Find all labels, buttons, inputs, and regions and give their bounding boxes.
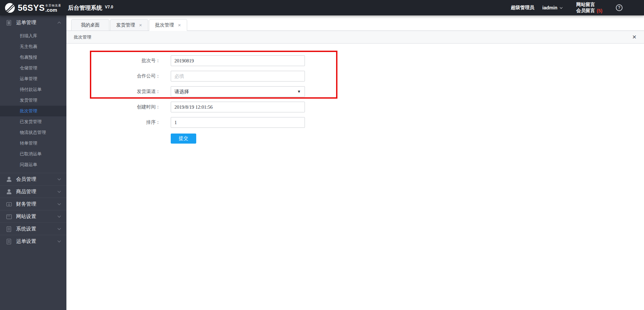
sidebar-group-item[interactable]: 财务管理 xyxy=(0,198,66,210)
text-input[interactable] xyxy=(171,117,305,128)
tab-label: 批次管理 xyxy=(155,22,174,28)
logo: 56SYS 全景物流通 .com xyxy=(5,3,61,13)
select-dropdown[interactable]: 请选择 ▼ xyxy=(171,86,305,97)
sidebar-subitem[interactable]: 包裹预报 xyxy=(0,52,66,63)
field-label: 排序： xyxy=(66,119,160,125)
app-version: V7.0 xyxy=(105,5,113,9)
form-content: 批次号： 20190819 ▼ 合作公司： ▼ xyxy=(66,44,644,310)
text-input[interactable] xyxy=(171,71,305,82)
user-menu[interactable]: iadmin xyxy=(542,5,562,10)
logo-globe-icon xyxy=(5,3,15,13)
document-icon xyxy=(6,20,12,25)
sidebar-group-item[interactable]: 网站设置 xyxy=(0,210,66,222)
sidebar-group-item[interactable]: 运单设置 xyxy=(0,235,66,247)
top-header: 56SYS 全景物流通 .com 后台管理系统 V7.0 超级管理员 iadmi… xyxy=(0,0,644,15)
help-icon[interactable]: ? xyxy=(616,4,623,11)
message-count-badge: (5) xyxy=(597,8,602,13)
document-icon xyxy=(6,226,12,232)
sidebar-subitem[interactable]: 发货管理 xyxy=(0,95,66,106)
sidebar-subitem[interactable]: 物流状态管理 xyxy=(0,127,66,138)
sidebar-group-item[interactable]: 商品管理 xyxy=(0,185,66,198)
text-input[interactable] xyxy=(171,55,305,66)
panel-title: 批次管理 xyxy=(74,34,91,40)
sidebar: 运单管理 扫描入库 无主包裹 包裹预报 仓储管理 运单管理 待付款运单 发货管理… xyxy=(0,15,66,310)
field-label: 发货渠道： xyxy=(66,89,160,95)
field-label: 合作公司： xyxy=(66,73,160,79)
text-input[interactable] xyxy=(171,102,305,112)
panel-header: 批次管理 ✕ xyxy=(66,31,644,44)
tab[interactable]: 发货管理 × xyxy=(110,19,148,31)
brand-tld: .com xyxy=(45,7,61,12)
user-role-label: 超级管理员 xyxy=(511,5,534,11)
finance-icon xyxy=(6,201,12,207)
sidebar-subitem[interactable]: 批次管理 xyxy=(0,106,66,116)
header-nav-label: 会员留言 xyxy=(576,8,595,14)
chevron-down-icon xyxy=(58,239,61,243)
chevron-down-icon xyxy=(560,6,562,8)
user-icon xyxy=(6,176,12,182)
sidebar-group-item[interactable]: 系统设置 xyxy=(0,222,66,235)
form-row: 排序： 1 ▼ xyxy=(66,117,644,128)
sidebar-subitem[interactable]: 运单管理 xyxy=(0,73,66,84)
chevron-down-icon xyxy=(58,190,61,193)
form-row: 批次号： 20190819 ▼ xyxy=(66,55,644,66)
brand-name: 56SYS xyxy=(18,3,45,13)
sidebar-group-item[interactable]: 会员管理 xyxy=(0,173,66,185)
sidebar-subitem[interactable]: 已取消运单 xyxy=(0,149,66,159)
header-nav-item[interactable]: 会员留言(5) xyxy=(576,8,602,14)
username: iadmin xyxy=(542,5,557,10)
panel-close-icon[interactable]: ✕ xyxy=(632,34,637,40)
form-row: 合作公司： ▼ xyxy=(66,71,644,82)
document-icon xyxy=(6,239,12,244)
sidebar-subitem[interactable]: 已发货管理 xyxy=(0,116,66,127)
window-icon xyxy=(6,214,12,219)
tab-close-icon[interactable]: × xyxy=(178,22,181,28)
sidebar-subitem[interactable]: 仓储管理 xyxy=(0,63,66,73)
app-title: 后台管理系统 xyxy=(68,4,102,12)
form-row: 创建时间： 2019/8/19 12:01:56 ▼ xyxy=(66,102,644,112)
select-value: 请选择 xyxy=(174,89,298,95)
sidebar-subitem[interactable]: 转单管理 xyxy=(0,138,66,149)
sidebar-subitem[interactable]: 待付款运单 xyxy=(0,84,66,95)
header-nav-label: 网站留言 xyxy=(576,2,595,8)
main-area: 我的桌面 × 发货管理 × 批次管理 × 批次管理 ✕ xyxy=(66,15,644,310)
header-nav-item[interactable]: 网站留言 xyxy=(576,2,602,8)
tab-bar: 我的桌面 × 发货管理 × 批次管理 × xyxy=(66,15,644,31)
tab-close-icon[interactable]: × xyxy=(139,22,142,28)
chevron-down-icon xyxy=(58,177,61,180)
chevron-down-icon xyxy=(58,214,61,218)
tab[interactable]: 我的桌面 × xyxy=(71,19,109,31)
form-row: 发货渠道： 请选择 ▼ xyxy=(66,86,644,97)
dropdown-arrow-icon: ▼ xyxy=(298,90,300,93)
submit-button[interactable]: 提交 xyxy=(171,134,196,144)
header-right: 超级管理员 iadmin 网站留言 会员留言(5) ? xyxy=(511,2,644,14)
chevron-up-icon xyxy=(58,22,61,25)
field-label: 创建时间： xyxy=(66,104,160,110)
chevron-down-icon xyxy=(58,227,61,230)
sidebar-item-waybill-management[interactable]: 运单管理 xyxy=(0,15,66,30)
tab[interactable]: 批次管理 × xyxy=(149,19,187,31)
brand-tagline: 全景物流通 xyxy=(45,4,61,7)
tab-label: 我的桌面 xyxy=(81,22,100,28)
tab-label: 发货管理 xyxy=(116,22,135,28)
user-icon xyxy=(6,189,12,195)
sidebar-subitem[interactable]: 无主包裹 xyxy=(0,41,66,52)
sidebar-subitem[interactable]: 扫描入库 xyxy=(0,31,66,41)
chevron-down-icon xyxy=(58,202,61,205)
sidebar-subitem[interactable]: 问题运单 xyxy=(0,159,66,170)
sidebar-submenu: 扫描入库 无主包裹 包裹预报 仓储管理 运单管理 待付款运单 发货管理 批次管理… xyxy=(0,30,66,173)
field-label: 批次号： xyxy=(66,58,160,64)
